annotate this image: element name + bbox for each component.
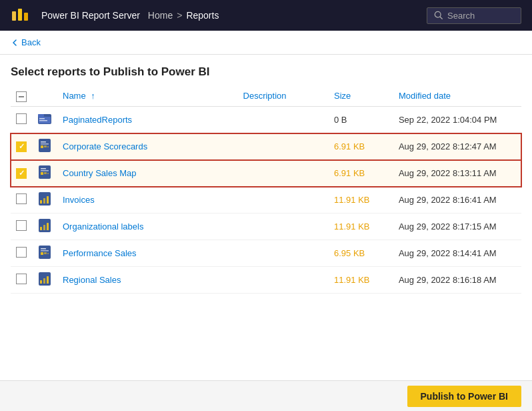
row-size-cell: 0 B (329, 107, 393, 133)
report-icon (37, 145, 52, 155)
header-name[interactable]: Name ↑ (57, 85, 238, 107)
row-checkbox[interactable] (16, 141, 27, 152)
search-input[interactable] (447, 11, 514, 21)
row-checkbox-cell (11, 267, 32, 294)
table-row[interactable]: Regional Sales11.91 KBAug 29, 2022 8:16:… (11, 267, 521, 294)
svg-rect-9 (39, 120, 47, 121)
header-modified-date[interactable]: Modified date (393, 85, 521, 107)
svg-rect-17 (41, 168, 46, 169)
header-name-label: Name (63, 91, 86, 101)
row-size-cell: 6.91 KB (329, 133, 393, 160)
row-checkbox[interactable] (16, 168, 27, 179)
svg-rect-33 (41, 252, 43, 255)
row-name-link[interactable]: Corporate Scorecards (63, 141, 147, 151)
row-name-cell: Organizational labels (57, 214, 238, 240)
row-checkbox-cell (11, 107, 32, 133)
powerbi-logo-icon (11, 6, 29, 25)
svg-rect-37 (40, 280, 42, 284)
svg-rect-21 (47, 173, 49, 174)
row-modified-date-cell: Aug 29, 2022 8:12:47 AM (393, 133, 521, 160)
row-name-link[interactable]: Regional Sales (63, 275, 121, 285)
publish-power-bi-button[interactable]: Publish to Power BI (407, 386, 521, 407)
table-row[interactable]: Invoices11.91 KBAug 29, 2022 8:16:41 AM (11, 187, 521, 214)
bottom-bar: Publish to Power BI (0, 380, 532, 411)
row-name-cell: PaginatedReports (57, 107, 238, 133)
row-icon-cell (32, 187, 57, 214)
row-size-cell: 11.91 KB (329, 214, 393, 240)
table-row[interactable]: Corporate Scorecards6.91 KBAug 29, 2022 … (11, 133, 521, 160)
row-size-cell: 11.91 KB (329, 187, 393, 214)
breadcrumb-current: Reports (186, 10, 219, 21)
select-all-checkbox[interactable] (16, 91, 27, 102)
back-chevron-icon (11, 39, 19, 47)
row-description-cell (238, 160, 329, 187)
search-icon (434, 11, 443, 20)
back-label: Back (21, 37, 41, 47)
svg-rect-35 (47, 253, 49, 254)
row-checkbox-cell (11, 187, 32, 214)
breadcrumb-home[interactable]: Home (148, 10, 173, 21)
row-description-cell (238, 240, 329, 267)
row-checkbox[interactable] (16, 274, 27, 284)
svg-rect-0 (12, 11, 16, 21)
header-size[interactable]: Size (329, 85, 393, 107)
row-checkbox-cell (11, 160, 32, 187)
row-checkbox-cell (11, 133, 32, 160)
row-description-cell (238, 214, 329, 240)
row-name-link[interactable]: Organizational labels (63, 222, 143, 232)
row-name-cell: Invoices (57, 187, 238, 214)
svg-rect-31 (41, 248, 46, 250)
svg-rect-20 (44, 172, 47, 174)
page-title: Select reports to Publish to Power BI (0, 55, 532, 85)
row-icon-cell (32, 214, 57, 240)
table-row[interactable]: Performance Sales6.95 KBAug 29, 2022 8:1… (11, 240, 521, 267)
back-link[interactable]: Back (11, 37, 521, 47)
row-description-cell (238, 267, 329, 294)
header-description[interactable]: Description (238, 85, 329, 107)
svg-rect-39 (47, 276, 49, 284)
row-name-cell: Country Sales Map (57, 160, 238, 187)
table-row[interactable]: PaginatedReports0 BSep 22, 2022 1:04:04 … (11, 107, 521, 133)
row-checkbox[interactable] (16, 193, 27, 204)
row-name-link[interactable]: Country Sales Map (63, 168, 137, 178)
row-checkbox[interactable] (16, 220, 27, 231)
breadcrumb: Home > Reports (148, 10, 419, 21)
row-name-link[interactable]: PaginatedReports (63, 115, 132, 125)
row-modified-date-cell: Aug 29, 2022 8:17:15 AM (393, 214, 521, 240)
row-size-cell: 6.91 KB (329, 160, 393, 187)
bar-icon (37, 278, 52, 288)
reports-table-wrapper: Name ↑ Description Size Modified date Pa… (0, 85, 532, 294)
folder-icon (37, 118, 52, 128)
row-checkbox[interactable] (16, 113, 27, 124)
row-checkbox[interactable] (16, 247, 27, 258)
row-name-cell: Regional Sales (57, 267, 238, 294)
row-checkbox-cell (11, 240, 32, 267)
svg-rect-25 (47, 196, 49, 203)
row-name-cell: Corporate Scorecards (57, 133, 238, 160)
row-modified-date-cell: Aug 29, 2022 8:13:11 AM (393, 160, 521, 187)
app-header: Power BI Report Server Home > Reports (0, 0, 532, 31)
header-icon-cell (32, 85, 57, 107)
row-modified-date-cell: Aug 29, 2022 8:14:41 AM (393, 240, 521, 267)
row-description-cell (238, 133, 329, 160)
report-icon (37, 252, 52, 262)
bar-icon (37, 198, 52, 208)
row-name-link[interactable]: Invoices (63, 195, 95, 205)
breadcrumb-separator: > (177, 10, 182, 21)
table-row[interactable]: Organizational labels11.91 KBAug 29, 202… (11, 214, 521, 240)
row-name-link[interactable]: Performance Sales (63, 248, 137, 258)
app-title: Power BI Report Server (41, 10, 140, 21)
svg-rect-29 (47, 223, 49, 230)
table-row[interactable]: Country Sales Map6.91 KBAug 29, 2022 8:1… (11, 160, 521, 187)
row-modified-date-cell: Sep 22, 2022 1:04:04 PM (393, 107, 521, 133)
row-modified-date-cell: Aug 29, 2022 8:16:18 AM (393, 267, 521, 294)
search-box[interactable] (427, 7, 521, 24)
svg-rect-8 (39, 118, 45, 119)
svg-rect-23 (40, 200, 42, 203)
reports-table: Name ↑ Description Size Modified date Pa… (11, 85, 521, 294)
svg-rect-13 (41, 145, 43, 148)
row-icon-cell (32, 160, 57, 187)
svg-rect-11 (41, 141, 46, 143)
svg-rect-6 (38, 114, 44, 117)
svg-rect-2 (24, 13, 28, 21)
